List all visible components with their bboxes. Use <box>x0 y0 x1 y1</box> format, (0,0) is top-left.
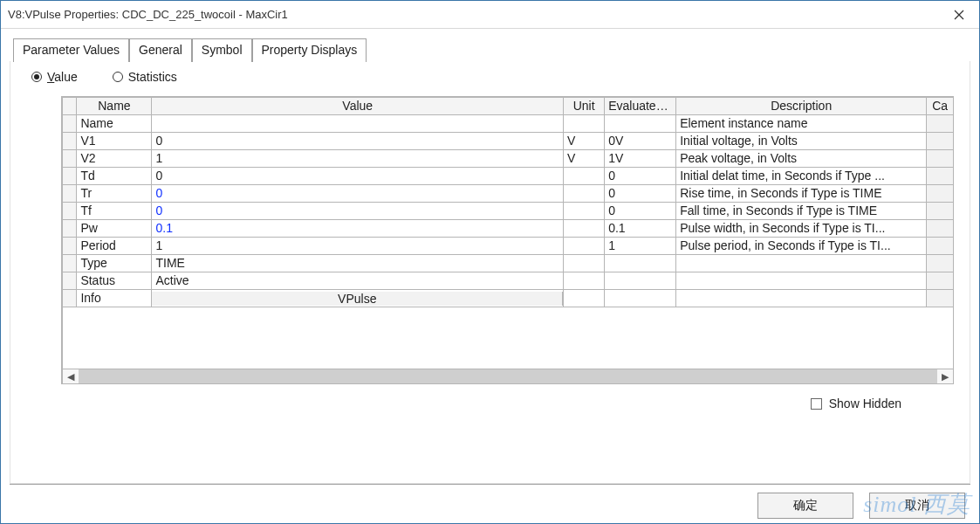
cell-unit[interactable]: V <box>564 150 605 168</box>
cell-description[interactable]: Peak voltage, in Volts <box>676 150 927 168</box>
show-hidden-checkbox[interactable]: Show Hidden <box>811 396 901 410</box>
tab-property-displays[interactable]: Property Displays <box>252 38 367 62</box>
cell-description[interactable]: Element instance name <box>676 115 927 133</box>
info-button[interactable]: VPulse <box>152 292 563 306</box>
table-row[interactable]: InfoVPulse <box>63 290 954 307</box>
cell-name[interactable]: Td <box>77 168 152 185</box>
cell-callback[interactable] <box>927 168 954 185</box>
cell-value[interactable]: 1 <box>152 150 564 168</box>
tab-parameter-values[interactable]: Parameter Values <box>13 38 129 62</box>
ok-button[interactable]: 确定 <box>757 493 853 519</box>
table-row[interactable]: Td00Initial delat time, in Seconds if Ty… <box>63 168 954 185</box>
tab-general[interactable]: General <box>129 38 192 62</box>
cell-unit[interactable] <box>564 185 605 203</box>
cell-value[interactable]: 0 <box>152 168 564 185</box>
cell-evaluated[interactable] <box>605 290 676 307</box>
cell-description[interactable]: Rise time, in Seconds if Type is TIME <box>676 185 927 203</box>
horizontal-scrollbar[interactable]: ◀ ▶ <box>62 369 954 384</box>
cell-callback[interactable] <box>927 150 954 168</box>
cell-description[interactable]: Fall time, in Seconds if Type is TIME <box>676 203 927 220</box>
cell-value[interactable]: VPulse <box>152 290 564 307</box>
table-row[interactable]: NameElement instance name <box>63 115 954 133</box>
scroll-right-arrow-icon[interactable]: ▶ <box>937 369 953 383</box>
cancel-button[interactable]: 取消 <box>869 493 965 519</box>
cell-value[interactable]: TIME <box>152 255 564 272</box>
cell-name[interactable]: Tr <box>77 185 152 203</box>
cell-description[interactable] <box>676 255 927 272</box>
radio-statistics[interactable]: Statistics <box>113 70 177 84</box>
grid-header-description[interactable]: Description <box>676 98 927 115</box>
cell-value[interactable]: 0 <box>152 133 564 150</box>
cell-value[interactable]: 1 <box>152 238 564 255</box>
grid-header-name[interactable]: Name <box>77 98 152 115</box>
cell-value[interactable]: 0 <box>152 185 564 203</box>
row-handle[interactable] <box>63 133 77 150</box>
cell-unit[interactable] <box>564 220 605 238</box>
cell-description[interactable] <box>676 290 927 307</box>
cell-description[interactable]: Initial delat time, in Seconds if Type .… <box>676 168 927 185</box>
table-row[interactable]: Tf00Fall time, in Seconds if Type is TIM… <box>63 203 954 220</box>
row-handle[interactable] <box>63 185 77 203</box>
row-handle[interactable] <box>63 220 77 238</box>
cell-name[interactable]: Name <box>77 115 152 133</box>
cell-evaluated[interactable]: 0V <box>605 133 676 150</box>
table-row[interactable]: StatusActive <box>63 272 954 290</box>
cell-name[interactable]: Period <box>77 238 152 255</box>
cell-description[interactable]: Initial voltage, in Volts <box>676 133 927 150</box>
cell-description[interactable] <box>676 272 927 290</box>
cell-name[interactable]: V2 <box>77 150 152 168</box>
cell-evaluated[interactable]: 0 <box>605 168 676 185</box>
cell-unit[interactable] <box>564 272 605 290</box>
grid-header-handle[interactable] <box>63 98 77 115</box>
cell-name[interactable]: Tf <box>77 203 152 220</box>
cell-evaluated[interactable]: 0 <box>605 203 676 220</box>
grid-header-callback[interactable]: Ca <box>927 98 954 115</box>
grid-table[interactable]: Name Value Unit Evaluated... Description… <box>62 97 954 307</box>
tab-symbol[interactable]: Symbol <box>192 38 252 62</box>
cell-unit[interactable] <box>564 115 605 133</box>
cell-evaluated[interactable] <box>605 115 676 133</box>
close-button[interactable] <box>939 1 979 29</box>
cell-evaluated[interactable]: 0 <box>605 185 676 203</box>
cell-unit[interactable]: V <box>564 133 605 150</box>
cell-description[interactable]: Pulse period, in Seconds if Type is TI..… <box>676 238 927 255</box>
row-handle[interactable] <box>63 272 77 290</box>
cell-value[interactable]: Active <box>152 272 564 290</box>
cell-callback[interactable] <box>927 203 954 220</box>
cell-evaluated[interactable]: 1V <box>605 150 676 168</box>
cell-description[interactable]: Pulse width, in Seconds if Type is TI... <box>676 220 927 238</box>
cell-value[interactable]: 0 <box>152 203 564 220</box>
grid-header-unit[interactable]: Unit <box>564 98 605 115</box>
table-row[interactable]: Period11Pulse period, in Seconds if Type… <box>63 238 954 255</box>
cell-name[interactable]: Status <box>77 272 152 290</box>
cell-callback[interactable] <box>927 115 954 133</box>
cell-name[interactable]: Pw <box>77 220 152 238</box>
cell-evaluated[interactable]: 1 <box>605 238 676 255</box>
scroll-track[interactable] <box>79 369 937 383</box>
cell-name[interactable]: Info <box>77 290 152 307</box>
title-bar[interactable]: V8:VPulse Properties: CDC_DC_225_twocoil… <box>1 1 979 29</box>
cell-unit[interactable] <box>564 255 605 272</box>
row-handle[interactable] <box>63 290 77 307</box>
cell-unit[interactable] <box>564 168 605 185</box>
cell-callback[interactable] <box>927 185 954 203</box>
cell-callback[interactable] <box>927 255 954 272</box>
cell-callback[interactable] <box>927 272 954 290</box>
table-row[interactable]: Tr00Rise time, in Seconds if Type is TIM… <box>63 185 954 203</box>
table-row[interactable]: Pw0.10.1Pulse width, in Seconds if Type … <box>63 220 954 238</box>
cell-value[interactable] <box>152 115 564 133</box>
table-row[interactable]: TypeTIME <box>63 255 954 272</box>
cell-callback[interactable] <box>927 290 954 307</box>
radio-value[interactable]: Value <box>31 70 78 84</box>
cell-callback[interactable] <box>927 220 954 238</box>
cell-unit[interactable] <box>564 290 605 307</box>
table-row[interactable]: V10V0VInitial voltage, in Volts <box>63 133 954 150</box>
cell-evaluated[interactable]: 0.1 <box>605 220 676 238</box>
row-handle[interactable] <box>63 115 77 133</box>
row-handle[interactable] <box>63 168 77 185</box>
cell-unit[interactable] <box>564 203 605 220</box>
table-row[interactable]: V21V1VPeak voltage, in Volts <box>63 150 954 168</box>
row-handle[interactable] <box>63 255 77 272</box>
cell-callback[interactable] <box>927 133 954 150</box>
cell-evaluated[interactable] <box>605 272 676 290</box>
